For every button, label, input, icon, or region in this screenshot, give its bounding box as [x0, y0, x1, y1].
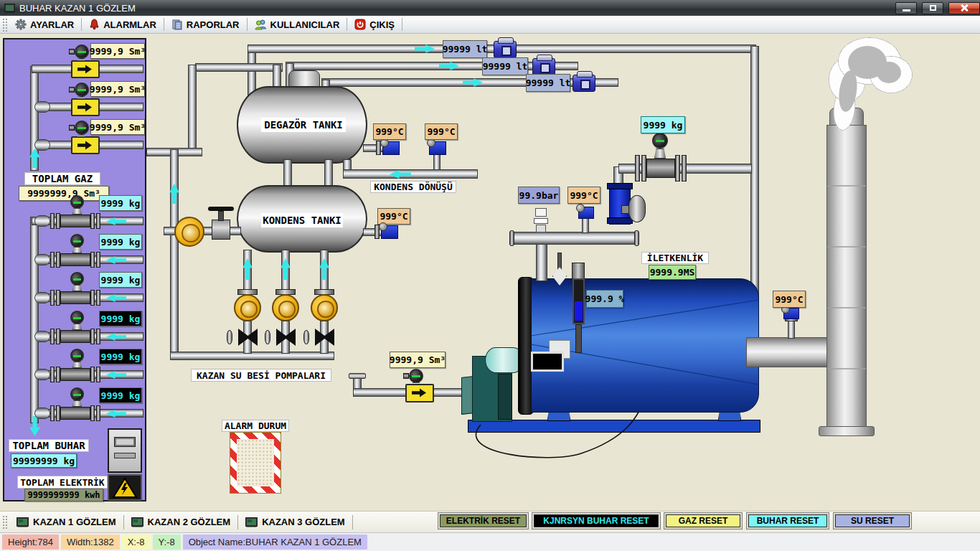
gas-meter-connector: [69, 87, 75, 93]
degazor-temp2-value: 999°C: [425, 123, 458, 140]
tab-kazan-2-gozlem[interactable]: KAZAN 2 GÖZLEM: [124, 514, 238, 531]
flange: [635, 155, 640, 182]
electric-hazard-icon: [108, 474, 142, 501]
temperature-sensor: [382, 141, 400, 155]
chimney-base: [819, 426, 875, 436]
pipe-branch: [34, 139, 50, 151]
pipe-branch: [34, 101, 50, 113]
users-icon: [255, 19, 267, 30]
gaz-reset-button[interactable]: GAZ RESET: [664, 512, 743, 529]
gas-flow-value: 9999,9 Sm³: [90, 81, 145, 97]
feed-pump: [272, 294, 299, 321]
menu-label: ALARMLAR: [103, 19, 156, 30]
feed-pump: [234, 294, 261, 321]
steam-flow-value: 9999 kg: [99, 272, 142, 288]
chimney-ring: [827, 185, 866, 187]
level-gauge-tube: [573, 278, 585, 324]
report-icon: [171, 19, 183, 30]
exit-icon: [354, 19, 366, 30]
steam-pressure-value: 99.9bar: [518, 187, 560, 204]
su-reset-button[interactable]: SU RESET: [833, 512, 912, 529]
gas-flow-value: 9999,9 Sm³: [90, 119, 145, 135]
menu-item-cikis[interactable]: ÇIKIŞ: [349, 17, 400, 32]
menu-separator: [347, 18, 347, 31]
pipe: [195, 63, 283, 72]
valve-stem: [218, 211, 224, 221]
pipe: [188, 65, 197, 152]
title-bar: BUHAR KAZAN 1 GÖZLEM: [0, 0, 980, 16]
pipe: [170, 149, 179, 359]
menu-separator: [247, 18, 248, 31]
status-height: Height:784: [2, 534, 59, 550]
valve-handwheel: [227, 330, 232, 344]
gas-meter-connector: [69, 49, 75, 55]
flue-duct: [746, 337, 828, 367]
status-y: Y:-8: [153, 534, 181, 550]
water-flow-value: 99999 lt: [443, 40, 487, 58]
maximize-icon: [930, 5, 936, 11]
pressure-sensor: [535, 208, 547, 217]
screen-icon: [245, 517, 258, 527]
chimney-body: [826, 125, 867, 429]
valve-flange: [607, 217, 633, 224]
tab-kazan-3-gozlem[interactable]: KAZAN 3 GÖZLEM: [238, 514, 352, 531]
status-object-name: Object Name:BUHAR KAZAN 1 GÖZLEM: [183, 534, 367, 550]
menu-item-alarmlar[interactable]: ALARMLAR: [83, 17, 162, 32]
close-icon: [960, 4, 969, 12]
tab-label: KAZAN 2 GÖZLEM: [148, 517, 231, 527]
pipe: [324, 159, 333, 188]
valve-handwheel: [628, 195, 646, 222]
steam-flow-value: 9999 kg: [99, 349, 142, 364]
toolbar-grip: [2, 18, 7, 32]
menu-item-raporlar[interactable]: RAPORLAR: [166, 17, 245, 32]
steam-flow-value: 9999 kg: [99, 387, 142, 403]
pipe: [513, 232, 636, 245]
kondens-pump: [174, 217, 204, 247]
valve-handle: [208, 207, 234, 211]
toplam-gaz-label: TOPLAM GAZ: [24, 172, 100, 185]
gas-flow-value: 9999,9 Sm³: [90, 43, 145, 59]
valve-flange: [607, 183, 633, 189]
tab-label: KAZAN 1 GÖZLEM: [33, 517, 116, 527]
feed-pump: [311, 294, 338, 321]
degazor-tank-label: DEGAZÖR TANKI: [261, 118, 346, 132]
steam-flow-value: 9999 kg: [99, 234, 142, 250]
gas-meter-gauge: [75, 121, 89, 135]
menu-label: KULLANICILAR: [270, 19, 340, 30]
buhar-reset-button[interactable]: BUHAR RESET: [746, 512, 829, 529]
minimize-button[interactable]: [895, 2, 917, 14]
water-level-value: 999.9 %: [586, 290, 623, 308]
pipe: [788, 320, 795, 339]
flue-temperature-sensor: [783, 308, 799, 319]
pipe: [536, 244, 547, 281]
header-cap: [634, 230, 639, 246]
water-meter: [494, 41, 517, 58]
gas-meter-gauge: [409, 369, 423, 383]
app-icon: [4, 4, 15, 13]
steam-flow-meter: [646, 159, 675, 178]
water-meter: [532, 58, 555, 75]
maximize-button[interactable]: [922, 2, 943, 14]
chimney-ring: [827, 246, 866, 248]
flange: [641, 155, 646, 182]
tab-kazan-1-gozlem[interactable]: KAZAN 1 GÖZLEM: [9, 514, 123, 531]
gate-valve: [212, 220, 230, 240]
level-gauge-rod: [575, 324, 582, 353]
gas-meter-connector: [403, 373, 409, 379]
kondens-tank-label: KONDENS TANKI: [261, 213, 343, 227]
gas-meter-connector: [69, 125, 75, 131]
valve-handwheel: [303, 330, 309, 344]
alarm-status-frame: [230, 432, 281, 494]
pipe: [433, 154, 440, 171]
degazor-temp-value: 999°C: [373, 123, 406, 140]
toplam-buhar-value: 99999999 kg: [11, 453, 77, 468]
water-flow-value: 99999 lt: [482, 57, 528, 75]
menu-separator: [402, 18, 402, 31]
menu-item-ayarlar[interactable]: AYARLAR: [9, 17, 80, 32]
kjnrsyn-buhar-reset-button[interactable]: KJNRSYN BUHAR RESET: [532, 512, 661, 529]
close-button[interactable]: [948, 2, 980, 14]
flange: [675, 155, 680, 182]
elektrik-reset-button[interactable]: ELEKTRİK RESET: [438, 512, 529, 529]
screen-icon: [131, 517, 143, 527]
menu-item-kullanicilar[interactable]: KULLANICILAR: [249, 17, 346, 32]
